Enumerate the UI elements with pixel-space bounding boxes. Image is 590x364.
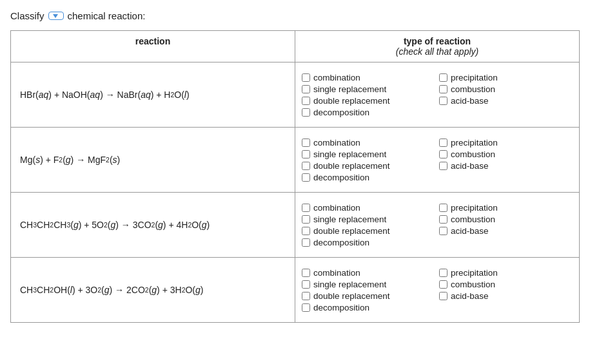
checkbox-precipitation-4-input[interactable]: [439, 269, 447, 277]
checkbox-precipitation-1[interactable]: precipitation: [439, 73, 573, 82]
checkbox-decomposition-4-input[interactable]: [302, 303, 310, 312]
checkbox-double-replacement-2-input[interactable]: [302, 162, 310, 170]
header-text: chemical reaction:: [68, 10, 146, 21]
checkbox-acid-base-2[interactable]: acid-base: [439, 161, 573, 171]
page-header: Classify chemical reaction:: [10, 10, 580, 21]
chevron-down-icon: [53, 14, 58, 18]
checkbox-decomposition-1[interactable]: decomposition: [302, 108, 435, 117]
checkbox-combination-1-input[interactable]: [302, 73, 310, 82]
checkbox-double-replacement-1-input[interactable]: [302, 97, 310, 105]
table-row: Mg(s) + F2(g) → MgF2(s) combination prec…: [11, 128, 580, 193]
checkbox-combustion-2[interactable]: combustion: [439, 149, 573, 159]
checkbox-combustion-4-input[interactable]: [439, 280, 447, 289]
reaction-formula-2: Mg(s) + F2(g) → MgF2(s): [11, 128, 295, 192]
checkbox-acid-base-4-input[interactable]: [439, 292, 447, 300]
checkbox-combustion-3-input[interactable]: [439, 215, 447, 224]
checkbox-combination-1[interactable]: combination: [302, 73, 435, 82]
checkbox-decomposition-3-input[interactable]: [302, 238, 310, 247]
checkbox-combination-3-input[interactable]: [302, 204, 310, 212]
checkbox-double-replacement-4[interactable]: double replacement: [302, 291, 435, 301]
checkbox-precipitation-1-input[interactable]: [439, 73, 447, 82]
checkbox-decomposition-3[interactable]: decomposition: [302, 238, 435, 247]
checkbox-decomposition-2-input[interactable]: [302, 173, 310, 182]
checkbox-decomposition-4[interactable]: decomposition: [302, 303, 435, 312]
checkbox-single-replacement-2[interactable]: single replacement: [302, 149, 435, 159]
checkbox-single-replacement-1[interactable]: single replacement: [302, 84, 435, 94]
checkbox-decomposition-2[interactable]: decomposition: [302, 173, 435, 182]
checkbox-combustion-1-input[interactable]: [439, 85, 447, 93]
classify-dropdown[interactable]: [48, 12, 64, 20]
checkbox-single-replacement-4[interactable]: single replacement: [302, 280, 435, 289]
type-options-4: combination precipitation single replace…: [295, 258, 579, 322]
checkbox-double-replacement-1[interactable]: double replacement: [302, 96, 435, 106]
col-reaction-header: reaction: [11, 31, 295, 62]
checkbox-precipitation-2[interactable]: precipitation: [439, 138, 573, 148]
checkbox-acid-base-3-input[interactable]: [439, 227, 447, 235]
checkbox-combination-4[interactable]: combination: [302, 268, 435, 278]
checkbox-acid-base-1-input[interactable]: [439, 97, 447, 105]
checkbox-combination-3[interactable]: combination: [302, 203, 435, 213]
checkbox-precipitation-3-input[interactable]: [439, 204, 447, 212]
checkbox-single-replacement-2-input[interactable]: [302, 150, 310, 158]
checkbox-acid-base-2-input[interactable]: [439, 162, 447, 170]
checkbox-double-replacement-3-input[interactable]: [302, 227, 310, 235]
type-options-3: combination precipitation single replace…: [295, 193, 579, 257]
table-row: CH3CH2CH3(g) + 5O2(g) → 3CO2(g) + 4H2O(g…: [11, 193, 580, 258]
checkbox-single-replacement-3-input[interactable]: [302, 215, 310, 224]
table-row: CH3CH2OH(l) + 3O2(g) → 2CO2(g) + 3H2O(g)…: [11, 258, 580, 323]
checkbox-single-replacement-1-input[interactable]: [302, 85, 310, 93]
reaction-formula-1: HBr(aq) + NaOH(aq) → NaBr(aq) + H2O(l): [11, 62, 295, 127]
type-options-1: combination precipitation single replace…: [295, 62, 579, 127]
checkbox-combustion-4[interactable]: combustion: [439, 280, 573, 289]
checkbox-combustion-2-input[interactable]: [439, 150, 447, 158]
checkbox-combustion-3[interactable]: combustion: [439, 215, 573, 224]
checkbox-combination-2[interactable]: combination: [302, 138, 435, 148]
checkbox-combination-4-input[interactable]: [302, 269, 310, 277]
classify-label: Classify: [10, 10, 44, 21]
checkbox-double-replacement-3[interactable]: double replacement: [302, 226, 435, 236]
reaction-formula-3: CH3CH2CH3(g) + 5O2(g) → 3CO2(g) + 4H2O(g…: [11, 193, 295, 257]
reaction-formula-4: CH3CH2OH(l) + 3O2(g) → 2CO2(g) + 3H2O(g): [11, 258, 295, 322]
checkbox-double-replacement-4-input[interactable]: [302, 292, 310, 300]
checkbox-single-replacement-3[interactable]: single replacement: [302, 215, 435, 224]
checkbox-single-replacement-4-input[interactable]: [302, 280, 310, 289]
checkbox-decomposition-1-input[interactable]: [302, 108, 310, 117]
checkbox-precipitation-4[interactable]: precipitation: [439, 268, 573, 278]
checkbox-precipitation-3[interactable]: precipitation: [439, 203, 573, 213]
checkbox-combination-2-input[interactable]: [302, 139, 310, 147]
col-type-header: type of reaction (check all that apply): [295, 31, 580, 62]
checkbox-acid-base-4[interactable]: acid-base: [439, 291, 573, 301]
reaction-table: reaction type of reaction (check all tha…: [10, 30, 580, 323]
type-options-2: combination precipitation single replace…: [295, 128, 579, 192]
checkbox-double-replacement-2[interactable]: double replacement: [302, 161, 435, 171]
checkbox-acid-base-1[interactable]: acid-base: [439, 96, 573, 106]
table-row: HBr(aq) + NaOH(aq) → NaBr(aq) + H2O(l) c…: [11, 62, 580, 128]
checkbox-combustion-1[interactable]: combustion: [439, 84, 573, 94]
checkbox-precipitation-2-input[interactable]: [439, 139, 447, 147]
checkbox-acid-base-3[interactable]: acid-base: [439, 226, 573, 236]
